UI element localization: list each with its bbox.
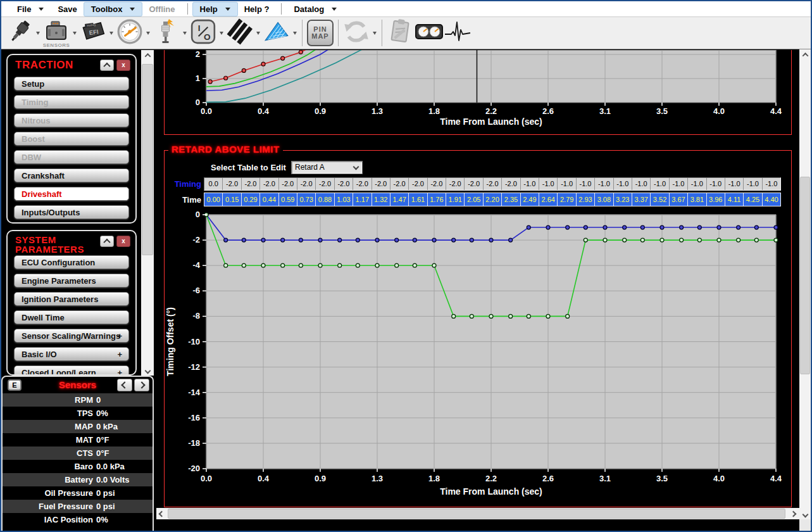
sidebar-scroll-down-button[interactable] [141, 365, 154, 376]
sidebar-scrollbar-thumb[interactable] [142, 64, 153, 255]
main-scroll-up-button[interactable] [799, 49, 811, 60]
timing-cell[interactable]: -2.0 [223, 178, 241, 190]
toolbar-dropdown-arrow[interactable] [218, 18, 225, 48]
timing-cell[interactable]: -1.0 [632, 178, 651, 190]
time-cell[interactable]: 1.91 [446, 193, 465, 206]
system-basic-i-o-button[interactable]: Basic I/O+ [14, 347, 129, 361]
belt-toolbar-button[interactable] [225, 18, 254, 48]
menu-datalog[interactable]: Datalog [287, 3, 344, 16]
timing-cell[interactable]: -1.0 [558, 178, 576, 190]
sidebar-scroll-up-button[interactable] [141, 50, 154, 60]
traction-crankshaft-button[interactable]: Crankshaft [14, 168, 129, 182]
timing-cell[interactable]: -2.0 [484, 178, 502, 190]
sensors-next-button[interactable] [134, 379, 149, 391]
timing-cell[interactable]: -1.0 [651, 178, 669, 190]
time-cell[interactable]: 2.49 [521, 193, 539, 206]
time-cell[interactable]: 2.05 [465, 193, 483, 206]
timing-cell[interactable]: -1.0 [688, 178, 706, 190]
spark-plug-toolbar-button[interactable] [152, 18, 181, 48]
time-cell[interactable]: 4.11 [725, 193, 744, 206]
sidebar-scrollbar[interactable] [141, 50, 154, 376]
system-engine-parameters-button[interactable]: Engine Parameters [14, 274, 129, 288]
timing-cell[interactable]: -2.0 [353, 178, 372, 190]
timing-cell[interactable]: -2.0 [316, 178, 334, 190]
timing-cell[interactable]: -2.0 [279, 178, 297, 190]
timing-cell[interactable]: -1.0 [614, 178, 632, 190]
system-collapse-button[interactable] [100, 236, 114, 247]
traction-collapse-button[interactable] [100, 60, 114, 71]
time-cell[interactable]: 3.23 [614, 193, 632, 206]
system-dwell-time-button[interactable]: Dwell Time [14, 310, 129, 324]
toolbar-dropdown-arrow[interactable] [371, 18, 378, 48]
time-cell[interactable]: 0.29 [242, 193, 260, 206]
toolbar-dropdown-arrow[interactable] [254, 18, 262, 48]
toolbar-dropdown-arrow[interactable] [181, 18, 189, 48]
time-cell[interactable]: 2.64 [539, 193, 558, 206]
timing-cell[interactable]: -1.0 [521, 178, 539, 190]
timing-cell[interactable]: -1.0 [744, 178, 762, 190]
timing-cell[interactable]: -2.0 [465, 178, 483, 190]
timing-cell[interactable]: -1.0 [539, 178, 558, 190]
timing-cell[interactable]: -1.0 [577, 178, 595, 190]
time-cell[interactable]: 1.61 [409, 193, 427, 206]
dual-gauges-toolbar-button[interactable] [415, 18, 444, 48]
surface-map-toolbar-button[interactable] [262, 18, 291, 48]
traction-setup-button[interactable]: Setup [14, 77, 129, 91]
timing-cell[interactable]: -1.0 [763, 178, 780, 190]
fuel-injector-toolbar-button[interactable] [5, 18, 34, 48]
system-ecu-configuration-button[interactable]: ECU Configuration [14, 255, 129, 269]
time-cell[interactable]: 1.17 [353, 193, 372, 206]
time-cell[interactable]: 1.03 [335, 193, 353, 206]
timing-cell[interactable]: -2.0 [260, 178, 278, 190]
traction-close-button[interactable]: x [116, 60, 130, 71]
sensors-module-toolbar-button[interactable]: SENSORS [42, 18, 71, 48]
timing-cell[interactable]: -1.0 [707, 178, 725, 190]
toolbar-dropdown-arrow[interactable] [144, 18, 152, 48]
timing-cell[interactable]: 0.0 [204, 178, 223, 190]
time-cell[interactable]: 0.59 [279, 193, 297, 206]
system-closed-loop-learn-button[interactable]: Closed Loop/Learn+ [14, 365, 129, 376]
time-cell[interactable]: 2.35 [502, 193, 520, 206]
toolbar-dropdown-arrow[interactable] [71, 18, 78, 48]
timing-cell[interactable]: -1.0 [725, 178, 744, 190]
timing-cell[interactable]: -2.0 [409, 178, 427, 190]
time-cell[interactable]: 3.67 [670, 193, 688, 206]
timing-cell[interactable]: -2.0 [446, 178, 465, 190]
timing-cell[interactable]: -2.0 [428, 178, 446, 190]
time-cell[interactable]: 3.96 [707, 193, 725, 206]
timing-cell[interactable]: -1.0 [595, 178, 613, 190]
time-cell[interactable]: 0.88 [316, 193, 334, 206]
system-sensor-scaling-warnings-button[interactable]: Sensor Scaling/Warnings+ [14, 329, 129, 343]
scroll-right-button[interactable] [788, 508, 798, 519]
traction-driveshaft-button[interactable]: Driveshaft [14, 187, 129, 201]
timing-cell[interactable]: -2.0 [335, 178, 353, 190]
menu-help[interactable]: Help [193, 3, 237, 16]
toolbar-dropdown-arrow[interactable] [108, 18, 115, 48]
timing-cell[interactable]: -2.0 [372, 178, 390, 190]
toolbar-dropdown-arrow[interactable] [291, 18, 299, 48]
system-ignition-parameters-button[interactable]: Ignition Parameters [14, 292, 129, 306]
time-cell[interactable]: 1.32 [372, 193, 390, 206]
time-cell[interactable]: 3.52 [651, 193, 669, 206]
menu-help[interactable]: Help ? [237, 3, 277, 16]
io-button-toolbar-button[interactable]: IO [189, 18, 218, 48]
time-cell[interactable]: 0.00 [204, 193, 223, 206]
time-cell[interactable]: 1.47 [390, 193, 409, 206]
time-cell[interactable]: 4.25 [744, 193, 762, 206]
time-cell[interactable]: 4.40 [763, 193, 780, 206]
time-cell[interactable]: 0.15 [223, 193, 241, 206]
system-close-button[interactable]: x [116, 236, 130, 247]
horizontal-scrollbar-thumb[interactable] [168, 509, 785, 519]
main-horizontal-scrollbar[interactable] [156, 508, 799, 519]
sensors-prev-button[interactable] [117, 379, 132, 391]
time-cell[interactable]: 2.20 [484, 193, 502, 206]
efi-module-toolbar-button[interactable]: HolleyEFI [78, 18, 108, 48]
time-cell[interactable]: 0.44 [260, 193, 278, 206]
time-cell[interactable]: 0.73 [297, 193, 316, 206]
menu-file[interactable]: File [10, 3, 51, 16]
timing-cell[interactable]: -2.0 [502, 178, 520, 190]
menu-save[interactable]: Save [51, 3, 84, 16]
scroll-left-button[interactable] [156, 508, 166, 519]
timing-cell[interactable]: -2.0 [390, 178, 409, 190]
time-cell[interactable]: 1.76 [428, 193, 446, 206]
